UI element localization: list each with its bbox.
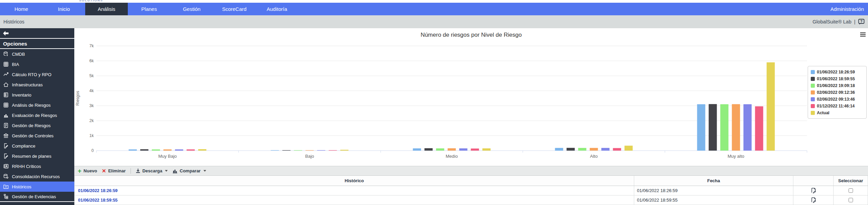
- sidebar-item-analisis-de-riesgos[interactable]: Análisis de Riesgos: [0, 100, 74, 110]
- plus-icon: +: [78, 168, 81, 174]
- sidebar-item-label: RRHH Críticos: [12, 164, 41, 169]
- chevron-down-icon: [165, 170, 168, 172]
- legend-label: 02/06/2022 09:13:46: [817, 97, 855, 102]
- edit-history-icon[interactable]: [811, 188, 816, 194]
- historico-link[interactable]: 01/06/2022 18:26:59: [78, 188, 118, 193]
- x-axis-category-label: Muy Bajo: [158, 154, 177, 159]
- sidebar-item-rrhh-criticos[interactable]: RRHH Críticos: [0, 161, 74, 171]
- inventory-icon: [3, 92, 9, 98]
- sidebar-item-label: Infraestructuras: [12, 82, 43, 87]
- bar-01/06/2022 19:09:18: [720, 104, 729, 151]
- bar-01/06/2022 18:59:55: [709, 104, 717, 151]
- legend-swatch: [811, 111, 815, 115]
- bar-01/06/2022 18:26:59: [413, 148, 421, 151]
- delete-x-icon: ✕: [102, 168, 106, 173]
- breadcrumb-bar: Históricos GlobalSuite® Lab | ?: [0, 15, 868, 28]
- sidebar-item-infraestructuras[interactable]: Infraestructuras: [0, 80, 74, 90]
- chart-context-menu-button[interactable]: [860, 32, 866, 37]
- bar-Actual: [625, 146, 633, 151]
- sidebar-item-consolidacion-recursos[interactable]: Consolidación Recursos: [0, 171, 74, 182]
- bar-01/06/2022 18:59:55: [283, 150, 291, 151]
- nuevo-button[interactable]: + Nuevo: [78, 168, 97, 174]
- y-axis-title: Riesgos: [75, 91, 80, 105]
- back-arrow-icon: [3, 31, 9, 36]
- y-axis-tick-label: 4k: [89, 88, 94, 93]
- product-name: GlobalSuite® Lab: [812, 19, 851, 24]
- legend-label: 01/06/2022 19:09:18: [817, 83, 855, 88]
- bar-01/06/2022 18:59:55: [567, 148, 575, 151]
- table-grid-icon: [3, 102, 9, 108]
- x-axis-category-label: Bajo: [305, 154, 314, 159]
- bar-02/06/2022 09:12:36: [448, 148, 456, 151]
- bar-02/06/2022 09:13:46: [744, 104, 752, 151]
- nav-tab-planes[interactable]: Planes: [128, 3, 170, 15]
- sidebar-item-calculo-rto-rpo[interactable]: Cálculo RTO y RPO: [0, 69, 74, 80]
- sidebar-item-label: CMDB: [12, 52, 25, 57]
- chart-title: Número de riesgos por Nivel de Riesgo: [74, 32, 868, 38]
- y-axis-tick-label: 5k: [89, 73, 94, 78]
- seleccionar-checkbox[interactable]: [849, 188, 853, 193]
- sidebar-item-bia[interactable]: BIA: [0, 59, 74, 69]
- sidebar-item-label: Evaluación de Riesgos: [12, 113, 57, 118]
- id-card-icon: [3, 164, 9, 169]
- sidebar-item-historicos[interactable]: Históricos: [0, 182, 74, 192]
- sidebar-item-label: Inventario: [12, 92, 31, 98]
- bar-01/06/2022 18:59:55: [425, 148, 433, 151]
- sidebar-item-label: Gestión de Controles: [12, 133, 54, 138]
- legend-label: 01/06/2022 18:59:55: [817, 76, 855, 81]
- comparar-button[interactable]: Comparar: [172, 168, 206, 173]
- home-icon: [3, 82, 9, 87]
- bar-01/06/2022 18:26:59: [697, 104, 705, 151]
- hierarchy-icon: [3, 194, 9, 199]
- legend-item[interactable]: 01/06/2022 19:09:18: [811, 82, 864, 89]
- chevron-down-icon: [203, 170, 206, 172]
- bank-icon: [3, 133, 9, 138]
- bar-01/06/2022 18:59:55: [140, 149, 149, 151]
- sidebar-item-label: Gestión de Evidencias: [12, 194, 56, 199]
- nav-tab-scorecard[interactable]: ScoreCard: [213, 3, 256, 15]
- document-edit-icon: [3, 143, 9, 149]
- legend-item[interactable]: 01/12/2022 11:46:14: [811, 103, 864, 109]
- sidebar-item-cmdb[interactable]: CMDB: [0, 49, 74, 59]
- table-row: 01/06/2022 18:26:59 01/06/2022 18:26:59: [74, 186, 868, 195]
- sidebar-item-gestion-de-evidencias[interactable]: Gestión de Evidencias: [0, 192, 74, 202]
- logo-fragment: SOLUTIONS: [79, 0, 103, 2]
- sidebar-item-label: Gestión de Riesgos: [12, 123, 50, 128]
- legend-item[interactable]: 01/06/2022 18:59:55: [811, 75, 864, 82]
- seleccionar-checkbox[interactable]: [849, 198, 853, 202]
- breadcrumb: Históricos: [3, 19, 24, 24]
- bar-01/06/2022 19:09:18: [294, 150, 302, 151]
- historico-link[interactable]: 01/06/2022 18:59:55: [78, 198, 118, 203]
- bar-02/06/2022 09:12:36: [732, 104, 740, 151]
- legend-swatch: [811, 90, 815, 95]
- sidebar-item-inventario[interactable]: Inventario: [0, 90, 74, 100]
- legend-item[interactable]: 02/06/2022 09:12:36: [811, 89, 864, 96]
- bar-Actual: [767, 62, 775, 151]
- sidebar-item-resumen-de-planes[interactable]: Resumen de planes: [0, 151, 74, 161]
- nav-tab-gestion[interactable]: Gestión: [170, 3, 213, 15]
- nav-tab-inicio[interactable]: Inicio: [43, 3, 85, 15]
- sidebar-item-evaluacion-de-riesgos[interactable]: Evaluación de Riesgos: [0, 110, 74, 120]
- descarga-button[interactable]: Descarga: [136, 168, 168, 173]
- legend-item[interactable]: 02/06/2022 09:13:46: [811, 96, 864, 102]
- sidebar-item-label: Cálculo RTO y RPO: [12, 72, 51, 77]
- legend-item[interactable]: Actual: [811, 109, 864, 116]
- sidebar-item-compliance[interactable]: Compliance: [0, 141, 74, 151]
- edit-history-icon[interactable]: [811, 197, 816, 203]
- legend-item[interactable]: 01/06/2022 18:26:59: [811, 69, 864, 75]
- sidebar-item-label: BIA: [12, 62, 19, 67]
- sidebar-item-gestion-de-riesgos[interactable]: Gestión de Riesgos: [0, 120, 74, 131]
- bar-02/06/2022 09:12:36: [590, 148, 598, 151]
- sidebar-back-button[interactable]: [0, 28, 74, 39]
- nav-tab-home[interactable]: Home: [0, 3, 43, 15]
- nav-tab-administracion[interactable]: Administración: [826, 3, 868, 15]
- sidebar-item-gestion-de-controles[interactable]: Gestión de Controles: [0, 131, 74, 141]
- table-grid-icon: [3, 62, 9, 67]
- eliminar-button[interactable]: ✕ Eliminar: [102, 168, 126, 173]
- nav-tab-auditoria[interactable]: Auditoría: [256, 3, 298, 15]
- legend-swatch: [811, 84, 815, 88]
- bar-02/06/2022 09:12:36: [306, 150, 314, 151]
- sidebar-header: Opciones: [0, 39, 74, 49]
- nav-tab-analisis[interactable]: Análisis: [85, 3, 128, 15]
- help-icon[interactable]: ?: [858, 19, 865, 25]
